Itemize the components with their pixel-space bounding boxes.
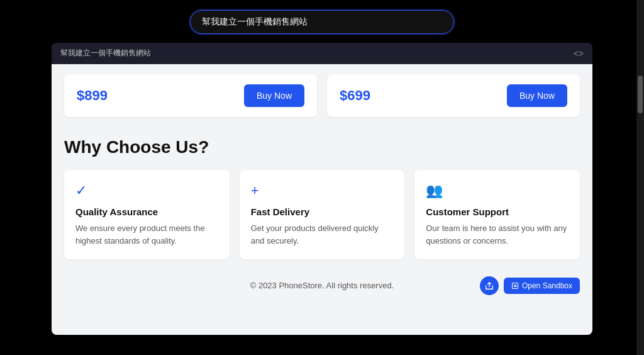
product-price-0: $899 [77, 87, 108, 104]
prompt-input[interactable] [190, 10, 454, 34]
window-content[interactable]: $899 Buy Now $699 Buy Now Why Choose Us?… [52, 64, 592, 335]
feature-card-1: + Fast Delivery Get your products delive… [240, 170, 405, 259]
product-card-0: $899 Buy Now [64, 74, 317, 117]
top-bar [0, 0, 644, 43]
buy-now-button-1[interactable]: Buy Now [507, 84, 567, 107]
code-icon[interactable]: <> [574, 48, 584, 59]
footer-text: © 2023 PhoneStore. All rights reserved. [250, 281, 394, 290]
feature-title-2: Customer Support [426, 206, 569, 217]
buy-now-button-0[interactable]: Buy Now [244, 84, 304, 107]
feature-card-2: 👥 Customer Support Our team is here to a… [414, 170, 580, 259]
window-title: 幫我建立一個手機銷售網站 [60, 48, 151, 59]
page-scrollbar[interactable] [636, 0, 644, 355]
feature-card-0: ✓ Quality Assurance We ensure every prod… [64, 170, 230, 259]
product-price-1: $699 [340, 87, 370, 104]
feature-desc-1: Get your products delivered quickly and … [251, 222, 394, 247]
product-card-1: $699 Buy Now [327, 74, 580, 117]
products-row: $899 Buy Now $699 Buy Now [52, 64, 592, 125]
page-scrollbar-thumb [638, 76, 643, 113]
quality-icon: ✓ [75, 183, 218, 199]
feature-title-0: Quality Assurance [75, 206, 218, 217]
why-choose-section: Why Choose Us? ✓ Quality Assurance We en… [52, 125, 592, 269]
open-sandbox-button[interactable]: Open Sandbox [504, 278, 580, 294]
why-choose-title: Why Choose Us? [64, 137, 580, 157]
features-row: ✓ Quality Assurance We ensure every prod… [64, 170, 580, 259]
delivery-icon: + [251, 183, 394, 199]
preview-window: 幫我建立一個手機銷售網站 <> $899 Buy Now $699 Buy No… [52, 43, 592, 335]
share-icon-button[interactable] [480, 276, 499, 295]
window-titlebar: 幫我建立一個手機銷售網站 <> [52, 43, 592, 64]
feature-desc-2: Our team is here to assist you with any … [426, 222, 569, 247]
prompt-input-wrapper [190, 10, 454, 34]
feature-title-1: Fast Delivery [251, 206, 394, 217]
footer-actions: Open Sandbox [480, 276, 580, 295]
open-sandbox-label: Open Sandbox [522, 281, 572, 290]
feature-desc-0: We ensure every product meets the highes… [75, 222, 218, 247]
support-icon: 👥 [426, 183, 569, 199]
site-footer: © 2023 PhoneStore. All rights reserved. … [52, 269, 592, 300]
